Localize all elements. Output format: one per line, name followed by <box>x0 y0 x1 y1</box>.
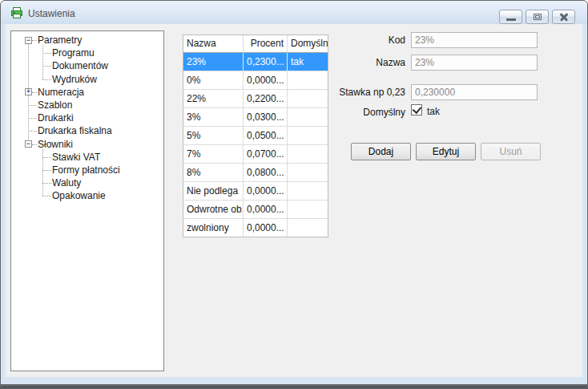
field-label-kod: Kod <box>293 34 405 46</box>
tree-item-słowniki[interactable]: −Słowniki <box>11 138 163 151</box>
dodaj-button[interactable]: Dodaj <box>351 143 411 160</box>
grid-cell: 0% <box>183 71 244 89</box>
tree-item-label[interactable]: Drukarki <box>38 112 74 124</box>
tree-item-drukarki[interactable]: Drukarki <box>11 111 163 124</box>
tree-item-label[interactable]: Formy płatności <box>52 164 120 176</box>
tree-item-stawki-vat[interactable]: Stawki VAT <box>11 151 163 164</box>
grid-header-nazwa[interactable]: Nazwa <box>183 35 244 52</box>
maximize-button[interactable] <box>526 10 549 24</box>
grid-cell: 0,0000... <box>244 219 288 237</box>
field-kod[interactable] <box>411 32 538 48</box>
titlebar[interactable]: Ustawienia <box>1 1 587 24</box>
tree-item-label[interactable]: Wydruków <box>52 74 97 85</box>
tree-item-label[interactable]: Waluty <box>52 177 81 188</box>
domyslny-checkbox[interactable] <box>411 104 422 115</box>
tree-item-label[interactable]: Drukarka fiskalna <box>38 125 112 136</box>
grid-cell: 23% <box>183 53 244 71</box>
usun-button[interactable]: Usuń <box>481 143 541 160</box>
grid-cell <box>288 219 328 237</box>
collapse-icon[interactable]: − <box>25 140 32 148</box>
tree-item-drukarka-fiskalna[interactable]: Drukarka fiskalna <box>11 124 163 137</box>
grid-cell <box>288 127 328 144</box>
grid-cell: 0,0000... <box>244 201 288 218</box>
grid-cell: 0,0800... <box>244 164 288 181</box>
checkbox-value-text: tak <box>427 106 440 117</box>
close-button[interactable] <box>552 10 575 24</box>
tree-item-label[interactable]: Szablon <box>38 99 72 111</box>
grid-cell: 0,0700... <box>244 145 288 163</box>
tree-item-label[interactable]: Opakowanie <box>52 190 106 201</box>
tree-item-numeracja[interactable]: +Numeracja <box>11 86 163 99</box>
table-row[interactable]: 8%0,0800... <box>183 164 328 182</box>
grid-cell: 7% <box>183 145 244 163</box>
maximize-icon <box>534 14 542 20</box>
tree-item-opakowanie[interactable]: Opakowanie <box>11 189 163 202</box>
close-icon <box>559 13 569 21</box>
app-icon <box>10 6 24 19</box>
tree-item-label[interactable]: Parametry <box>38 34 82 46</box>
grid-cell <box>288 201 328 218</box>
tree-item-szablon[interactable]: Szablon <box>11 99 163 111</box>
edytuj-button[interactable]: Edytuj <box>416 143 476 160</box>
field-label-nazwa: Nazwa <box>293 57 405 68</box>
window-frame-right <box>582 24 587 377</box>
collapse-icon[interactable]: − <box>25 37 32 44</box>
grid-cell: 3% <box>183 108 244 126</box>
expand-icon[interactable]: + <box>25 88 32 95</box>
settings-window: Ustawienia −ParametryProgramuDokumentówW… <box>0 0 588 389</box>
grid-cell: 8% <box>183 164 244 181</box>
window-title: Ustawienia <box>28 8 75 19</box>
tree-item-wydruków[interactable]: Wydruków <box>11 73 163 86</box>
tree-item-programu[interactable]: Programu <box>11 47 163 59</box>
field-stawka[interactable] <box>411 84 538 100</box>
table-row[interactable]: 5%0,0500... <box>183 127 328 145</box>
grid-cell: 0,0500... <box>244 127 288 144</box>
tree-item-label[interactable]: Dokumentów <box>52 60 108 71</box>
tree-item-label[interactable]: Stawki VAT <box>52 152 100 163</box>
grid-cell: 0,0300... <box>244 108 288 126</box>
tree-item-dokumentów[interactable]: Dokumentów <box>11 59 163 72</box>
checkbox-label: Domyślny <box>293 107 405 118</box>
minimize-button[interactable] <box>499 10 522 24</box>
tree-item-label[interactable]: Programu <box>52 47 95 59</box>
window-bottom-edge <box>0 384 588 389</box>
grid-cell: 0,2200... <box>244 90 288 107</box>
grid-cell <box>288 164 328 181</box>
grid-cell: 0,0000... <box>244 182 288 200</box>
tree-item-label[interactable]: Numeracja <box>38 87 84 98</box>
grid-cell: 0,2300... <box>244 53 288 71</box>
grid-cell: Odwrotne ob... <box>183 201 244 218</box>
tree-item-waluty[interactable]: Waluty <box>11 176 163 189</box>
grid-cell <box>288 182 328 200</box>
field-nazwa[interactable] <box>411 55 538 71</box>
table-row[interactable]: Nie podlega0,0000... <box>183 182 328 201</box>
settings-tree: −ParametryProgramuDokumentówWydruków+Num… <box>10 30 164 371</box>
minimize-icon <box>506 18 516 21</box>
window-frame-bottom <box>1 377 587 384</box>
grid-cell: 22% <box>183 90 244 107</box>
tree-item-label[interactable]: Słowniki <box>38 139 73 150</box>
caption-buttons <box>499 10 575 24</box>
table-row[interactable]: Odwrotne ob...0,0000... <box>183 201 328 219</box>
table-row[interactable]: zwolniony0,0000... <box>183 219 328 237</box>
grid-cell: zwolniony <box>183 219 244 237</box>
tree-item-formy-płatności[interactable]: Formy płatności <box>11 164 163 176</box>
grid-header-procent[interactable]: Procent <box>244 35 288 52</box>
grid-cell: Nie podlega <box>183 182 244 200</box>
grid-cell: 0,0000... <box>244 71 288 89</box>
grid-cell: 5% <box>183 127 244 144</box>
grid-cell <box>288 145 328 163</box>
tree-item-parametry[interactable]: −Parametry <box>11 34 163 47</box>
table-row[interactable]: 7%0,0700... <box>183 145 328 164</box>
field-label-stawka: Stawka np 0,23 <box>293 87 405 98</box>
